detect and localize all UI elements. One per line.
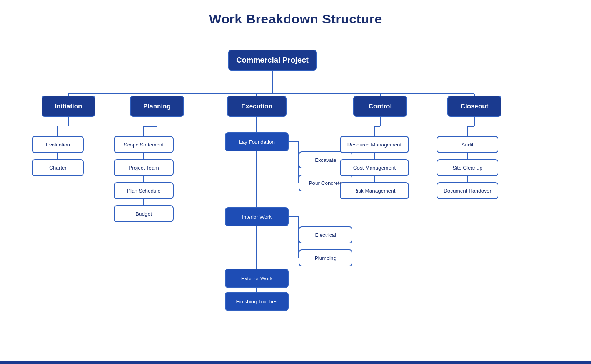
node-risk-management: Risk Management	[340, 182, 409, 199]
node-plumbing: Plumbing	[299, 249, 352, 266]
node-plan-schedule: Plan Schedule	[114, 182, 174, 199]
root-node: Commercial Project	[228, 50, 317, 71]
node-audit: Audit	[437, 136, 498, 153]
node-document-handover: Document Handover	[437, 182, 498, 199]
node-resource-management: Resource Management	[340, 136, 409, 153]
node-control: Control	[353, 96, 407, 117]
page-title: Work Breakdown Structure	[8, 12, 583, 27]
wbs-diagram: Commercial Project Initiation Planning E…	[11, 38, 580, 353]
node-lay-foundation: Lay Foundation	[225, 132, 289, 151]
node-finishing-touches: Finishing Touches	[225, 292, 289, 311]
node-electrical: Electrical	[299, 226, 352, 243]
node-scope-statement: Scope Statement	[114, 136, 174, 153]
node-site-cleanup: Site Cleanup	[437, 159, 498, 176]
node-cost-management: Cost Management	[340, 159, 409, 176]
footer: PROJECTMANAGER.com	[0, 361, 591, 364]
node-interior-work: Interior Work	[225, 207, 289, 226]
node-project-team: Project Team	[114, 159, 174, 176]
node-evaluation: Evaluation	[32, 136, 84, 153]
node-charter: Charter	[32, 159, 84, 176]
node-closeout: Closeout	[447, 96, 501, 117]
node-execution: Execution	[227, 96, 287, 117]
node-budget: Budget	[114, 205, 174, 222]
node-initiation: Initiation	[42, 96, 95, 117]
node-exterior-work: Exterior Work	[225, 269, 289, 288]
node-planning: Planning	[130, 96, 184, 117]
